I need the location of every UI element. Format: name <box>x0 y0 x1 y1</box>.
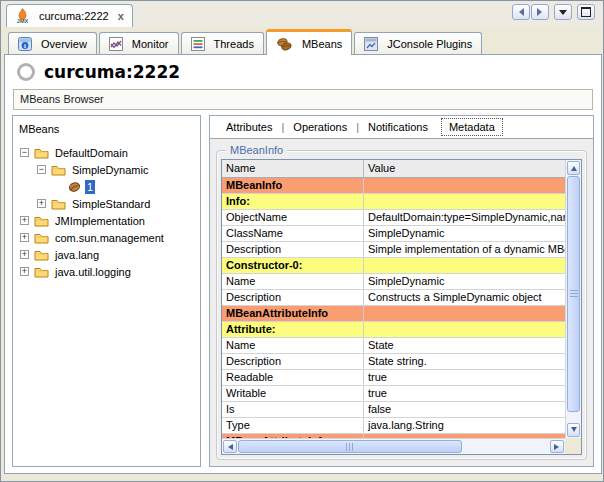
mbeaninfo-group: MBeanInfo Name Value MBeanInfoInfo:Objec… <box>216 150 587 460</box>
expand-toggle-icon[interactable]: + <box>20 250 29 259</box>
overview-icon: i <box>18 37 32 51</box>
tab-overview[interactable]: iOverview <box>8 32 97 54</box>
metadata-row[interactable]: Isfalse <box>222 402 565 418</box>
cell-value: java.lang.String <box>364 418 565 433</box>
connection-frame-tab[interactable]: JMX curcuma:2222 x <box>6 4 133 27</box>
scroll-right-button[interactable] <box>550 440 564 453</box>
threads-icon <box>191 37 205 51</box>
horizontal-scroll-thumb[interactable] <box>238 440 462 453</box>
metadata-row[interactable]: Readabletrue <box>222 370 565 386</box>
tree-node-simplestandard[interactable]: +SimpleStandard <box>13 195 200 212</box>
tree-node-1[interactable]: 1 <box>13 178 200 195</box>
tab-separator: | <box>354 121 361 133</box>
folder-icon <box>34 232 49 244</box>
jmx-flame-icon: JMX <box>15 8 30 24</box>
previous-frame-button[interactable] <box>512 4 530 20</box>
connection-status-icon <box>17 63 35 81</box>
tree-node-label: SimpleDynamic <box>70 163 150 177</box>
vertical-scroll-thumb[interactable] <box>567 176 580 412</box>
metadata-row[interactable]: Typejava.lang.String <box>222 418 565 434</box>
detail-tab-notifications[interactable]: Notifications <box>361 119 435 135</box>
svg-text:i: i <box>24 42 26 49</box>
tab-separator: | <box>279 121 286 133</box>
cell-name: Constructor-0: <box>222 258 364 273</box>
arrow-left-icon <box>225 444 233 450</box>
tab-threads[interactable]: Threads <box>181 32 264 54</box>
tab-monitor[interactable]: Monitor <box>99 32 179 54</box>
cell-name: Name <box>222 274 364 289</box>
vertical-scrollbar[interactable] <box>565 160 581 438</box>
folder-icon <box>34 215 49 227</box>
vertical-scroll-track[interactable] <box>567 176 580 422</box>
tree-node-simpledynamic[interactable]: −SimpleDynamic <box>13 161 200 178</box>
tab-mbeans[interactable]: MBeans <box>266 29 352 55</box>
cell-name: ObjectName <box>222 210 364 225</box>
expand-toggle-icon[interactable]: + <box>20 267 29 276</box>
page-title: curcuma:2222 <box>44 62 180 82</box>
tab-label: Threads <box>214 38 254 50</box>
plugins-icon <box>364 37 378 51</box>
column-header-value[interactable]: Value <box>364 160 565 177</box>
metadata-row[interactable]: MBeanInfo <box>222 178 565 194</box>
detail-tab-metadata[interactable]: Metadata <box>441 118 503 136</box>
close-icon[interactable]: x <box>118 10 124 22</box>
cell-name: Writable <box>222 386 364 401</box>
cell-value: Constructs a SimpleDynamic object <box>364 290 565 305</box>
metadata-row[interactable]: MBeanAttributeInfo <box>222 306 565 322</box>
metadata-row[interactable]: Info: <box>222 194 565 210</box>
metadata-row[interactable]: Writabletrue <box>222 386 565 402</box>
arrow-up-icon <box>571 163 577 171</box>
tree-node-java-util-logging[interactable]: +java.util.logging <box>13 263 200 280</box>
tree-node-defaultdomain[interactable]: −DefaultDomain <box>13 144 200 161</box>
expand-toggle-icon[interactable]: + <box>20 216 29 225</box>
scroll-up-button[interactable] <box>567 161 580 175</box>
collapse-toggle-icon[interactable]: − <box>37 165 46 174</box>
scroll-down-button[interactable] <box>567 423 580 437</box>
cell-value: State string. <box>364 354 565 369</box>
metadata-row[interactable]: NameState <box>222 338 565 354</box>
mbeans-tree: −DefaultDomain−SimpleDynamic1+SimpleStan… <box>13 144 200 280</box>
tree-panel-title: MBeans <box>13 116 200 144</box>
metadata-scrollpane: Name Value MBeanInfoInfo:ObjectNameDefau… <box>221 159 582 455</box>
metadata-row[interactable]: Attribute: <box>222 322 565 338</box>
maximize-button[interactable] <box>577 4 595 20</box>
arrow-right-icon <box>554 444 562 450</box>
folder-icon <box>51 164 66 176</box>
metadata-row[interactable]: DescriptionConstructs a SimpleDynamic ob… <box>222 290 565 306</box>
metadata-row[interactable]: DescriptionSimple implementation of a dy… <box>222 242 565 258</box>
detail-tab-operations[interactable]: Operations <box>286 119 354 135</box>
metadata-row[interactable]: NameSimpleDynamic <box>222 274 565 290</box>
cell-name: MBeanInfo <box>222 178 364 193</box>
cell-value <box>364 178 565 193</box>
detail-tab-bar: Attributes|Operations|NotificationsMetad… <box>210 116 593 139</box>
tree-node-label: DefaultDomain <box>53 146 130 160</box>
tab-jconsole-plugins[interactable]: JConsole Plugins <box>354 32 482 54</box>
scrollbar-corner <box>565 438 581 454</box>
tree-node-com-sun-management[interactable]: +com.sun.management <box>13 229 200 246</box>
detail-tab-attributes[interactable]: Attributes <box>219 119 279 135</box>
monitor-icon <box>109 37 123 51</box>
cell-value: DefaultDomain:type=SimpleDynamic,name=1 <box>364 210 565 225</box>
restore-button[interactable] <box>554 4 572 20</box>
tree-node-java-lang[interactable]: +java.lang <box>13 246 200 263</box>
next-frame-button[interactable] <box>531 4 549 20</box>
column-header-name[interactable]: Name <box>222 160 364 177</box>
arrow-right-icon <box>537 8 546 16</box>
window-controls <box>512 4 595 20</box>
expand-toggle-icon[interactable]: + <box>20 233 29 242</box>
cell-name: Info: <box>222 194 364 209</box>
horizontal-scrollbar[interactable] <box>222 438 565 454</box>
expand-toggle-icon[interactable]: + <box>37 199 46 208</box>
folder-icon <box>34 147 49 159</box>
table-header: Name Value <box>222 160 565 178</box>
metadata-row[interactable]: DescriptionState string. <box>222 354 565 370</box>
metadata-row[interactable]: ClassNameSimpleDynamic <box>222 226 565 242</box>
cell-name: ClassName <box>222 226 364 241</box>
horizontal-scroll-track[interactable] <box>238 440 549 453</box>
tree-node-jmimplementation[interactable]: +JMImplementation <box>13 212 200 229</box>
scroll-left-button[interactable] <box>223 440 237 453</box>
collapse-toggle-icon[interactable]: − <box>20 148 29 157</box>
table-body: MBeanInfoInfo:ObjectNameDefaultDomain:ty… <box>222 178 565 438</box>
metadata-row[interactable]: ObjectNameDefaultDomain:type=SimpleDynam… <box>222 210 565 226</box>
metadata-row[interactable]: Constructor-0: <box>222 258 565 274</box>
